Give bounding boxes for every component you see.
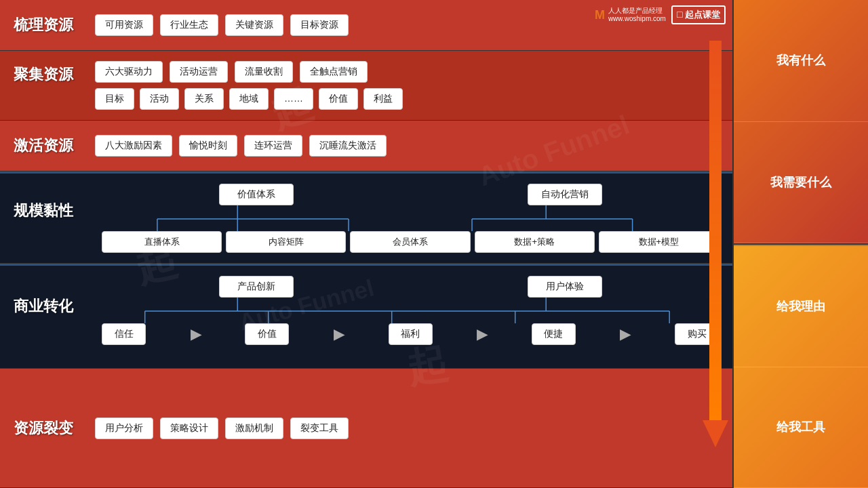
tag-hangyeshengtai: 行业生态	[160, 14, 218, 36]
tag-chenshuiliu: 沉睡流失激活	[309, 135, 387, 157]
tag-zhitixi: 直播体系	[102, 231, 222, 253]
svg-rect-19	[709, 41, 722, 420]
tag-mubiao: 目标	[95, 88, 134, 110]
row3-content: 八大激励因素 愉悦时刻 连环运营 沉睡流失激活	[95, 127, 719, 165]
row4-bottom-row: 直播体系 内容矩阵 会员体系 数据+策略 数据+模型	[102, 231, 719, 253]
tag-zidonghuayingxiao: 自动化营销	[528, 184, 602, 205]
tag-jiazhi: 价值	[319, 88, 358, 110]
tag-yuyueshike: 愉悦时刻	[179, 135, 237, 157]
tag-bianjie: 便捷	[532, 323, 576, 345]
tag-chanpinchuangxin: 产品创新	[219, 276, 294, 298]
tag-shujucelue: 数据+策略	[475, 231, 595, 253]
row2-content: 六大驱动力 活动运营 流量收割 全触点营销 目标 活动 关系 地域 …… 价值 …	[95, 58, 719, 113]
sidebar-item-woyoushenme: 我有什么	[734, 0, 868, 122]
arrow3: ▶	[477, 326, 487, 342]
row5-arrow-steps: 信任 ▶ 价值 ▶ 福利 ▶ 便捷 ▶ 购买	[102, 323, 719, 345]
tag-quanchudianyingxiao: 全触点营销	[300, 61, 368, 83]
arrow2: ▶	[334, 326, 344, 342]
tag-jiazhi2: 价值	[245, 323, 289, 345]
row-ziyuanliebian: 资源裂变 用户分析 策略设计 激励机制 裂变工具	[0, 369, 732, 488]
tag-jijijizhi: 激励机制	[225, 418, 283, 439]
row5-label: 商业转化	[14, 272, 95, 317]
tag-liudaqudong: 六大驱动力	[95, 61, 163, 83]
tag-guanxi: 关系	[184, 88, 224, 110]
sidebar-bottom: 给我理由 给我工具	[734, 243, 868, 488]
sidebar-top: 我有什么 我需要什么	[734, 0, 868, 243]
row-guimoniangxing: 规模黏性 价值体系 自动化营销	[0, 171, 732, 264]
tag-ellipsis: ……	[274, 88, 313, 110]
arrow4: ▶	[620, 326, 630, 342]
row6-label: 资源裂变	[14, 418, 95, 439]
left-area: 梳理资源 可用资源 行业生态 关键资源 目标资源 聚集资源 六大驱动力 活动运营…	[0, 0, 732, 488]
tag-liuliangshougou: 流量收割	[235, 61, 293, 83]
right-sidebar: 我有什么 我需要什么 给我理由 给我工具	[732, 0, 868, 488]
sidebar-item-woxuyaoshenme: 我需要什么	[734, 122, 868, 244]
tag-neirongjuzhen: 内容矩阵	[226, 231, 346, 253]
tag-badajili: 八大激励因素	[95, 135, 172, 157]
tag-yonghufen: 用户分析	[95, 418, 153, 439]
tag-huodong: 活动	[140, 88, 179, 110]
tag-diyu: 地域	[229, 88, 269, 110]
row-jihuoziyuan: 激活资源 八大激励因素 愉悦时刻 连环运营 沉睡流失激活	[0, 121, 732, 171]
row4-top-row: 价值体系 自动化营销	[102, 184, 719, 205]
row5-top-row: 产品创新 用户体验	[102, 276, 719, 298]
tag-huiyuantixi: 会员体系	[350, 231, 470, 253]
row6-content: 用户分析 策略设计 激励机制 裂变工具	[95, 409, 719, 447]
row2-label: 聚集资源	[14, 58, 95, 85]
arrow1: ▶	[191, 326, 201, 342]
tag-fuli: 福利	[389, 323, 433, 345]
row-shangyezhuanhua: 商业转化 产品创新 用户体验	[0, 264, 732, 369]
tag-liyi: 利益	[363, 88, 403, 110]
big-down-arrow	[702, 34, 729, 454]
logo-site: www.woshipm.com	[608, 15, 666, 22]
tag-xinren: 信任	[102, 323, 146, 345]
sidebar-item-geiwogongju: 给我工具	[734, 367, 868, 489]
tag-celuesheji: 策略设计	[160, 418, 218, 439]
row3-label: 激活资源	[14, 136, 95, 156]
tag-yonghutijian: 用户体验	[528, 276, 602, 298]
sidebar-item-geiwoliyou: 给我理由	[734, 245, 868, 367]
tag-mubiaoziyuan: 目标资源	[290, 14, 349, 36]
logo-brand: □ 起点课堂	[671, 5, 726, 24]
tag-guanjianziyuan: 关键资源	[225, 14, 283, 36]
logo-area: M 人人都是产品经理www.woshipm.com □ 起点课堂	[595, 5, 726, 24]
tag-jiazhitixi: 价值体系	[219, 184, 294, 205]
row4-content: 价值体系 自动化营销	[95, 180, 719, 256]
row5-connector-svg	[102, 298, 719, 323]
row-jujiziyuan: 聚集资源 六大驱动力 活动运营 流量收割 全触点营销 目标 活动 关系 地域 ……	[0, 51, 732, 121]
tag-huodongyunying: 活动运营	[170, 61, 228, 83]
tag-liebiangongju: 裂变工具	[290, 418, 349, 439]
row4-label: 规模黏性	[14, 180, 95, 221]
svg-marker-20	[703, 420, 728, 447]
tag-shujumoxing: 数据+模型	[599, 231, 719, 253]
row1-label: 梳理资源	[14, 15, 95, 35]
main-container: 梳理资源 可用资源 行业生态 关键资源 目标资源 聚集资源 六大驱动力 活动运营…	[0, 0, 868, 488]
tag-keyongziyuan: 可用资源	[95, 14, 153, 36]
row5-content: 产品创新 用户体验 信任 ▶ 价值	[95, 272, 719, 348]
row4-connector-svg	[102, 205, 719, 231]
tag-lianhuanyunying: 连环运营	[244, 135, 302, 157]
big-arrow-svg	[703, 41, 728, 447]
